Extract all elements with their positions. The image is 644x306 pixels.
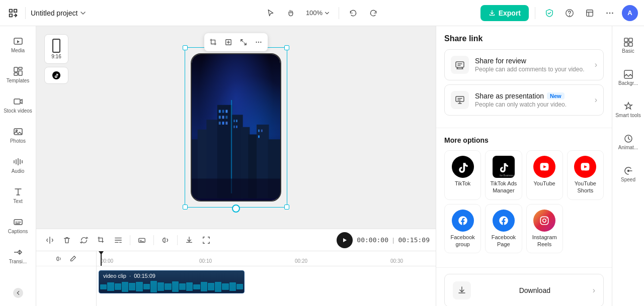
download-button[interactable]: Download › [444,274,604,306]
ruler-mark-0: 00:00 [101,258,113,264]
right-tools-sidebar: Basic Backgr... Smart tools Animat... [612,26,644,306]
right-tool-smart[interactable]: Smart tools [614,94,643,126]
sidebar-collapse-button[interactable] [13,288,23,298]
waveform-bar [208,283,214,290]
split-icon [46,236,54,244]
timeline-controls [36,251,97,306]
right-tool-background[interactable]: Backgr... [614,62,643,93]
right-tool-animate[interactable]: Animat... [614,127,643,158]
download-label: Download [477,286,593,294]
youtube-label: YouTube [534,180,555,187]
canvas-viewport [36,26,436,229]
play-button[interactable] [337,232,353,248]
avatar[interactable]: A [622,5,638,21]
aspect-ratio-9-16[interactable]: 9:16 [44,34,68,64]
more-button[interactable] [602,5,618,21]
layout-button[interactable] [582,5,598,21]
split2-button[interactable] [111,233,126,248]
facebook-group-label: Facebook group [447,234,478,248]
download-arrow-button[interactable] [182,233,197,248]
transitions-icon [13,247,23,257]
zoom-button[interactable]: 100% [303,7,333,19]
photos-icon [13,127,23,137]
delete-button[interactable] [59,233,74,248]
undo-button[interactable] [345,5,361,21]
edit-button[interactable] [67,253,79,265]
audio-icon2 [162,236,170,244]
handle-bottom-left[interactable] [183,205,188,210]
sidebar-item-stock-videos[interactable]: Stock videos [2,90,34,120]
svg-rect-23 [219,110,221,113]
aspect-ratio-tiktok[interactable] [44,67,68,84]
more-options-button[interactable] [252,35,266,49]
platform-instagram-reels[interactable]: Instagram Reels [526,204,563,254]
platform-facebook-group[interactable]: Facebook group [444,204,481,254]
audio-icon [13,157,23,167]
sidebar-item-transitions[interactable]: Transi... [2,241,34,270]
topbar-divider [25,7,26,19]
platform-facebook-page[interactable]: Facebook Page [485,204,522,254]
phone-ratio-icon [52,39,60,53]
instagram-reels-icon-container [533,210,555,232]
svg-rect-27 [222,116,224,119]
export-button[interactable]: Export [480,5,529,21]
hand-tool-button[interactable] [283,5,299,21]
smart-tools-label: Smart tools [615,113,641,119]
ratio-9-16-label: 9:16 [51,54,61,59]
captions-icon [13,217,23,227]
platform-youtube-shorts[interactable]: YouTube Shorts [567,150,604,200]
svg-point-16 [256,42,257,43]
sidebar-item-templates[interactable]: Templates [2,60,34,89]
youtube-shorts-label: YouTube Shorts [570,180,601,194]
waveform-bar [186,282,193,291]
loop-button[interactable] [76,233,92,248]
sidebar-item-media[interactable]: Media [2,30,34,59]
waveform-bar [115,283,121,290]
tiktok-ratio-icon [52,71,60,79]
captions-button[interactable] [134,233,149,248]
expand-button[interactable] [199,233,214,248]
video-clip[interactable]: video clip · 00:15:09 [99,270,245,293]
share-as-presentation-button[interactable]: Share as presentation New People can onl… [444,84,604,116]
project-title[interactable]: Untitled project [31,9,87,17]
loop-icon [80,236,88,244]
svg-rect-45 [192,179,280,198]
playhead[interactable] [101,251,102,266]
playhead-triangle [99,251,104,255]
instagram-reels-label: Instagram Reels [529,234,560,248]
timeline-ruler: 00:00 00:10 00:20 00:30 [97,251,436,266]
share-review-desc: People can add comments to your video. [475,66,595,73]
sidebar-item-text[interactable]: Text [2,181,34,210]
crop-icon [210,39,217,46]
shield-button[interactable] [541,5,557,21]
right-tool-speed[interactable]: Speed [614,159,643,190]
handle-bottom-right[interactable] [284,205,289,210]
new-badge: New [547,92,565,99]
redo-button[interactable] [365,5,381,21]
sidebar-item-audio[interactable]: Audio [2,151,34,180]
pencil-icon [69,255,76,262]
zoom-chevron-icon [325,11,330,16]
split-button[interactable] [42,233,57,248]
right-tool-basic[interactable]: Basic [614,30,643,61]
sidebar-item-captions[interactable]: Captions [2,211,34,240]
platform-tiktok-ads[interactable]: for Business TikTok Ads Manager [485,150,522,200]
help-button[interactable] [561,5,578,21]
sidebar-item-photos[interactable]: Photos [2,121,34,150]
handle-top-left[interactable] [183,45,188,50]
select-tool-button[interactable] [263,5,279,21]
share-for-review-button[interactable]: Share for review People can add comments… [444,49,604,80]
crop-button[interactable] [94,233,109,248]
handle-top-right[interactable] [284,45,289,50]
platform-youtube[interactable]: YouTube [526,150,563,200]
volume-button[interactable] [54,254,64,264]
presentation-icon-container [451,91,469,109]
tiktok-ads-label: TikTok Ads Manager [488,180,519,194]
transform-tool-button[interactable] [221,35,235,49]
resize-tool-button[interactable] [236,35,251,49]
platform-tiktok[interactable]: TikTok [444,150,481,200]
crop-tool-button[interactable] [206,35,220,49]
rotate-handle[interactable] [232,205,240,213]
waveform-bar [129,283,135,290]
audio-button[interactable] [158,233,173,248]
